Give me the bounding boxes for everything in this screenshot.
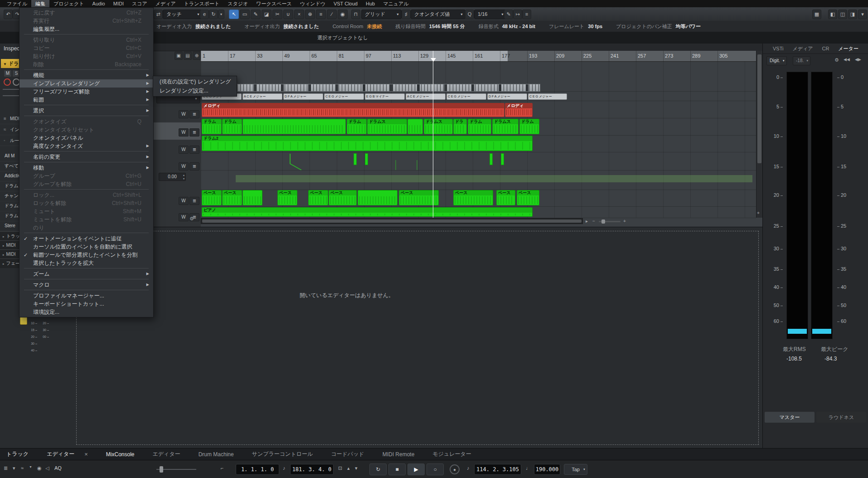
menu-item[interactable]: のり	[19, 224, 153, 232]
edit-channel-button[interactable]: e	[200, 10, 209, 19]
lower-zone-tab[interactable]: サンプラーコントロール	[252, 450, 313, 458]
menubar-item[interactable]: プロジェクト	[49, 0, 88, 7]
tap-tempo-button[interactable]: Tap▼	[564, 464, 587, 475]
lower-zone-tab[interactable]: コードパッド	[331, 450, 364, 458]
menu-item[interactable]: ズーム	[19, 270, 153, 278]
menubar-item[interactable]: Audio	[88, 0, 109, 7]
midi-event[interactable]: ベース	[329, 190, 357, 205]
midi-event[interactable]: ベース	[517, 190, 539, 205]
playhead-cursor[interactable]	[433, 51, 433, 218]
menu-item[interactable]: マクロ	[19, 281, 153, 289]
midi-event[interactable]: ドラムス	[367, 119, 407, 134]
midi-event[interactable]: ベース	[277, 190, 297, 205]
auto-quantize-button[interactable]: AQ	[54, 465, 62, 471]
midi-event[interactable]: ドラムス	[492, 119, 519, 134]
lower-zone-toggle-icon[interactable]: ◫	[838, 10, 847, 19]
menu-item[interactable]: クオンタイズ Q	[19, 117, 153, 126]
window-setup-icon[interactable]: ▾	[858, 10, 867, 19]
tool-button[interactable]: ∪	[283, 10, 293, 19]
status-segment[interactable]: 録音形式48 kHz - 24 bit	[479, 23, 535, 30]
metronome-icon[interactable]: ♩	[526, 465, 531, 471]
status-segment[interactable]: Control Room未接続	[333, 23, 382, 30]
lower-zone-tab[interactable]: MIDI Remote	[383, 451, 415, 458]
tool-button[interactable]: ✂	[272, 10, 282, 19]
menu-item[interactable]	[24, 116, 149, 116]
meter-reset-icon[interactable]: ◀◀	[844, 57, 850, 62]
meter-hold-icon[interactable]: ◀▶	[855, 57, 861, 62]
overview-events[interactable]	[202, 84, 540, 92]
tool-button[interactable]: ∕	[327, 10, 337, 19]
track-visibility-icon[interactable]: ▣	[175, 52, 183, 60]
menu-item[interactable]	[24, 151, 149, 151]
automation-write-button[interactable]: W	[179, 213, 189, 221]
master-tab[interactable]: マスター	[765, 412, 815, 423]
quantize-preset-dropdown[interactable]: クオンタイズ値▼	[411, 10, 466, 19]
menu-item[interactable]: 貼り付け Ctrl+V	[19, 52, 153, 60]
menubar-item[interactable]: メディア	[151, 0, 180, 7]
zoom-slider-handle[interactable]	[601, 219, 605, 224]
track-search-icon[interactable]: ⊕	[193, 52, 201, 60]
menubar-item[interactable]: ワークスペース	[252, 0, 296, 7]
locator-time-display[interactable]: 181. 3. 4. 0	[290, 464, 334, 475]
midi-event[interactable]	[242, 190, 262, 205]
menubar-item[interactable]: スコア	[128, 0, 151, 7]
automation-read-icon[interactable]: ↻	[209, 10, 218, 19]
quantize-value-dropdown[interactable]: 1/16▼	[474, 10, 506, 19]
menu-item[interactable]: クオンタイズパネル	[19, 134, 153, 142]
menu-item[interactable]: 切り取り Ctrl+X	[19, 36, 153, 44]
zoom-in-icon[interactable]: +	[623, 219, 626, 224]
status-segment[interactable]: オーディオ出力接続されました	[244, 23, 319, 30]
menu-item[interactable]: ミュートを解除 Shift+U	[19, 215, 153, 224]
menubar-item[interactable]: ウィンドウ	[296, 0, 330, 7]
left-zone-toggle-icon[interactable]: ◧	[828, 10, 837, 19]
menu-item[interactable]	[24, 233, 149, 233]
automation-mode-dropdown[interactable]: タッチ▼	[163, 10, 202, 19]
transport-slider-handle[interactable]	[160, 466, 163, 473]
menu-item[interactable]: 範囲ツールで部分選択したイベントを分割	[19, 251, 153, 259]
lock-icon[interactable]: ⊡	[338, 465, 342, 471]
vertical-zoom-in-icon[interactable]: +	[757, 210, 760, 215]
tool-button[interactable]: ⊕	[305, 10, 315, 19]
menu-item[interactable]: 名前の変更	[19, 153, 153, 161]
automation-write-button[interactable]: W	[179, 110, 189, 118]
menu-item[interactable]: 選択	[19, 107, 153, 115]
zoom-out-icon[interactable]: −	[592, 219, 595, 224]
menu-item[interactable]: 選択したトラックを拡大	[19, 259, 153, 267]
midi-event[interactable]: ドラム	[347, 119, 367, 134]
automation-write-button[interactable]: W	[179, 162, 189, 171]
menu-item[interactable]: 削除 Backspace	[19, 60, 153, 68]
automation-write-button[interactable]: W	[179, 128, 189, 137]
chord-event[interactable]: E G B マイナー	[365, 93, 405, 100]
scrollbar-thumb[interactable]	[757, 54, 761, 163]
tool-button[interactable]: ↖	[229, 10, 239, 19]
snap-icon[interactable]: ⊓	[351, 10, 360, 19]
menu-item[interactable]: クオンタイズをリセット	[19, 126, 153, 134]
cycle-button[interactable]: ↻	[369, 463, 387, 475]
tool-button[interactable]: ▭	[240, 10, 250, 19]
tab-track[interactable]: トラック	[6, 450, 29, 458]
undo-icon[interactable]: ↶	[4, 10, 13, 19]
menu-item[interactable]: グループを解除 Ctrl+U	[19, 180, 153, 188]
tempo-display[interactable]: 190.000	[534, 464, 560, 475]
midi-event[interactable]: ピアノ	[202, 207, 533, 217]
track-options-button[interactable]: ≣	[189, 110, 199, 118]
playhead-handle[interactable]	[431, 58, 436, 62]
track-list-icon[interactable]: ≣	[4, 465, 8, 471]
midi-event[interactable]	[407, 119, 423, 134]
horizontal-scrollbar[interactable]	[201, 218, 583, 224]
right-zone-toggle-icon[interactable]: ◨	[848, 10, 857, 19]
punch-button[interactable]: ●	[450, 464, 460, 474]
menu-item[interactable]: ミュート Shift+M	[19, 207, 153, 215]
menu-item[interactable]	[24, 189, 149, 190]
midi-event[interactable]	[358, 190, 398, 205]
automation-write-button[interactable]: W	[179, 146, 189, 154]
submenu-item[interactable]: レンダリング設定...	[153, 86, 237, 95]
menu-item[interactable]: ロック... Ctrl+Shift+L	[19, 191, 153, 199]
track-delay-value[interactable]: 0.00▴▾	[159, 173, 186, 181]
lower-zone-tab[interactable]: モジュレーター	[432, 450, 471, 458]
chevron-down-icon[interactable]: ▼	[29, 465, 32, 468]
automation-write-button[interactable]: W	[179, 197, 189, 205]
lower-zone-tab[interactable]: MixConsole	[106, 451, 135, 458]
midi-event[interactable]: ベース	[222, 190, 242, 205]
midi-event[interactable]: ドラム	[468, 119, 491, 134]
